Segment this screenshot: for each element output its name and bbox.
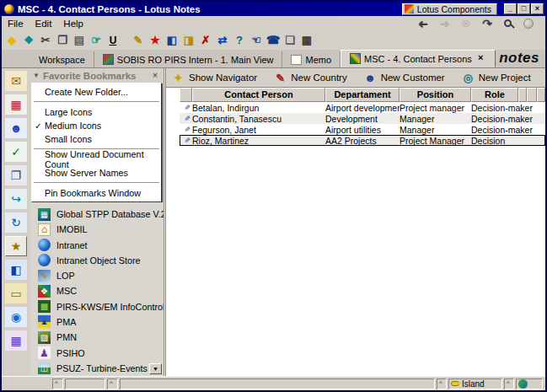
column-header[interactable]: Contact Person	[192, 88, 325, 102]
new-country-button[interactable]: ✎New Country	[274, 72, 346, 84]
tab-sobis-ro-pirs-intern-1-main-view[interactable]: SOBIS RO PIRS Intern - 1. Main View	[94, 51, 283, 67]
open-database-icon[interactable]: ◧	[164, 33, 180, 48]
go-back-icon[interactable]: ↪	[5, 189, 27, 209]
chevron-down-icon[interactable]: ▼	[33, 72, 40, 79]
panel-close-icon[interactable]: ×	[149, 70, 161, 81]
replicator-icon[interactable]: ❐	[5, 165, 27, 185]
calendar-icon[interactable]: ▦	[5, 94, 27, 115]
attach-icon[interactable]: ❖	[21, 33, 36, 48]
sign-icon[interactable]: ☞	[88, 33, 104, 48]
table-cell: Fegurson, Janet	[192, 125, 325, 135]
forward-icon[interactable]: ➜	[440, 18, 450, 30]
lotus-components-label: Lotus Components	[417, 4, 491, 14]
replicate-icon[interactable]: ⇄	[215, 33, 230, 48]
show-navigator-button[interactable]: ✦Show Navigator	[172, 72, 257, 84]
open-icon[interactable]: ◆	[4, 33, 19, 48]
help-icon[interactable]: ?	[232, 33, 247, 48]
folder-icon[interactable]: ▭	[5, 283, 27, 303]
remove-icon[interactable]: ✗	[198, 33, 213, 48]
favorite-bookmarks-folder-icon[interactable]: ★	[5, 236, 27, 256]
column-header-blank[interactable]	[527, 88, 537, 102]
bookmark-item[interactable]: ⌂IMOBIL	[38, 222, 164, 237]
menu-separator	[34, 182, 159, 184]
column-header-blank[interactable]	[518, 88, 527, 102]
column-header[interactable]: Position	[400, 88, 471, 102]
bookmark-item[interactable]: ◫PSUZ- Turbine-Events	[38, 361, 164, 376]
scroll-down-button[interactable]: ▼	[149, 363, 162, 374]
status-segment[interactable]	[120, 379, 435, 389]
menu-help[interactable]: Help	[57, 18, 89, 30]
hand-icon[interactable]: ☜	[249, 33, 264, 48]
back-icon[interactable]: ➜	[418, 18, 428, 30]
status-location-segment[interactable]: Island	[448, 379, 502, 389]
bookmark-item[interactable]: ▲PMA	[38, 314, 164, 330]
edit-document-icon[interactable]: ✎	[131, 33, 146, 48]
internet-explorer-links-icon[interactable]: ◉	[5, 307, 27, 327]
menu-item-label: Show Server Names	[45, 168, 128, 178]
contacts-icon[interactable]: ☻	[5, 118, 27, 138]
underline-icon[interactable]: U	[105, 33, 121, 48]
mail-icon[interactable]: ✉	[5, 71, 27, 91]
menu-file[interactable]: File	[5, 18, 29, 30]
globe-icon[interactable]	[523, 19, 534, 29]
bookmark-item[interactable]: ✎LOP	[38, 268, 164, 283]
column-header[interactable]: Role	[471, 88, 518, 102]
more-bookmarks-icon[interactable]: ▦	[5, 330, 27, 351]
copy-window-icon[interactable]: ❏	[282, 33, 298, 48]
status-segment[interactable]: ^	[52, 379, 63, 389]
refresh-icon[interactable]: ↷	[482, 18, 492, 30]
new-project-button[interactable]: ◎New Project	[462, 72, 531, 84]
table-row[interactable]: ✎Constantin, TanasescuDevelopmentManager…	[180, 113, 545, 124]
table-row[interactable]: ✎Fegurson, JanetAirport utilitiesManager…	[180, 124, 545, 135]
new-customer-button[interactable]: ☻New Customer	[364, 72, 445, 84]
menu-edit[interactable]: Edit	[29, 18, 58, 30]
status-segment[interactable]	[65, 379, 105, 389]
resize-grip-icon: ^	[55, 380, 58, 387]
tab-memo[interactable]: Memo	[282, 51, 341, 67]
edit-pencil-icon: ✎	[180, 137, 192, 145]
menu-item-show-unread-document-count[interactable]: Show Unread Document Count	[32, 153, 161, 166]
minimize-button[interactable]: _	[504, 3, 517, 14]
paste-icon[interactable]: ▤	[72, 33, 87, 48]
todo-icon[interactable]: ✓	[5, 142, 27, 162]
bookmark-item[interactable]: ▨PMN	[38, 330, 164, 345]
bookmark-item[interactable]: ▦Global STPP Database V.2	[38, 207, 164, 222]
bookmark-item[interactable]: Intranet Object Store	[38, 253, 164, 268]
menu-item-large-icons[interactable]: Large Icons	[32, 105, 161, 119]
tab-close-icon[interactable]: ×	[475, 53, 486, 64]
menu-item-create-new-folder[interactable]: Create New Folder...	[32, 85, 161, 99]
column-header[interactable]: Departament	[325, 88, 400, 102]
copy-icon[interactable]: ❐	[55, 33, 70, 48]
status-network-segment[interactable]	[516, 379, 543, 389]
bookmark-item[interactable]: ▩PIRS-KWS/EM InfoControl	[38, 299, 164, 314]
workspace-icon[interactable]: ▦	[299, 33, 314, 48]
menu-item-pin-bookmarks-window[interactable]: Pin Bookmarks Window	[32, 186, 161, 200]
cut-icon[interactable]: ✂	[38, 33, 53, 48]
globe-icon	[38, 254, 51, 266]
tab-msc-4-contact-persons[interactable]: MSC - 4. Contact Persons×	[341, 50, 496, 67]
restore-button[interactable]: □	[518, 3, 530, 14]
databases-folder-icon[interactable]: ◧	[5, 260, 27, 280]
stop-icon[interactable]: ⊗	[461, 18, 470, 30]
tab-workspace[interactable]: Workspace	[30, 51, 94, 67]
search-icon[interactable]	[504, 19, 512, 27]
navigator-icon[interactable]: ↻	[5, 212, 27, 233]
status-segment[interactable]: ^	[504, 379, 514, 389]
bookmark-item[interactable]: ♟PSIHO	[38, 345, 164, 360]
close-button[interactable]: ×	[531, 3, 544, 14]
status-segment[interactable]: ^	[437, 379, 447, 389]
table-row[interactable]: ✎Betalan, IndirgunAirport developmentPro…	[180, 102, 545, 113]
lotus-components-bar[interactable]: Lotus Components	[402, 3, 497, 15]
bookmark-star-icon[interactable]: ★	[147, 33, 163, 48]
bookmark-item[interactable]: ❖MSC	[38, 283, 164, 298]
column-header-blank[interactable]	[537, 88, 545, 102]
table-row[interactable]: ✎Rioz, MartinezAA2 ProjectsProject Manag…	[180, 135, 545, 146]
open-view-icon[interactable]: ◨	[181, 33, 196, 48]
bookmark-label: LOP	[56, 271, 75, 281]
column-header-blank[interactable]	[180, 88, 192, 102]
bookmark-item[interactable]: Intranet	[38, 238, 164, 253]
status-segment[interactable]: ^	[107, 379, 118, 389]
phone-icon[interactable]: ☎	[265, 33, 281, 48]
menu-item-medium-icons[interactable]: ✓Medium Icons	[32, 119, 161, 132]
menu-item-small-icons[interactable]: Small Icons	[32, 132, 161, 146]
